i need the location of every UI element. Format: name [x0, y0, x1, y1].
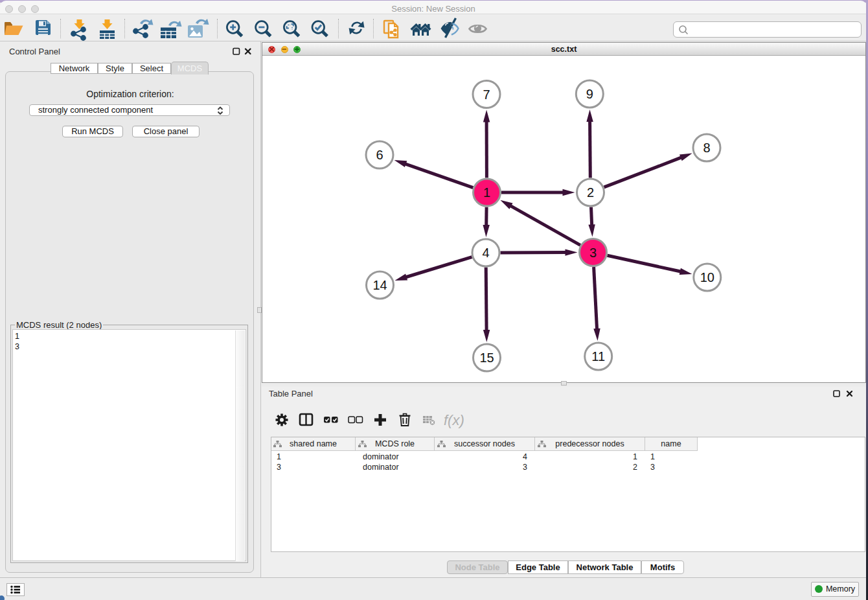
svg-text:10: 10 — [700, 270, 714, 284]
svg-text:14: 14 — [372, 278, 387, 292]
svg-text:7: 7 — [483, 87, 490, 102]
svg-text:3: 3 — [589, 246, 597, 260]
svg-text:1: 1 — [483, 185, 490, 200]
svg-text:4: 4 — [482, 246, 489, 260]
svg-text:11: 11 — [591, 349, 605, 363]
svg-text:2: 2 — [587, 185, 594, 200]
svg-text:f(x): f(x) — [444, 412, 464, 428]
svg-text:6: 6 — [376, 148, 383, 162]
svg-text:8: 8 — [703, 141, 710, 155]
svg-text:15: 15 — [479, 351, 494, 365]
svg-text:9: 9 — [586, 87, 593, 101]
